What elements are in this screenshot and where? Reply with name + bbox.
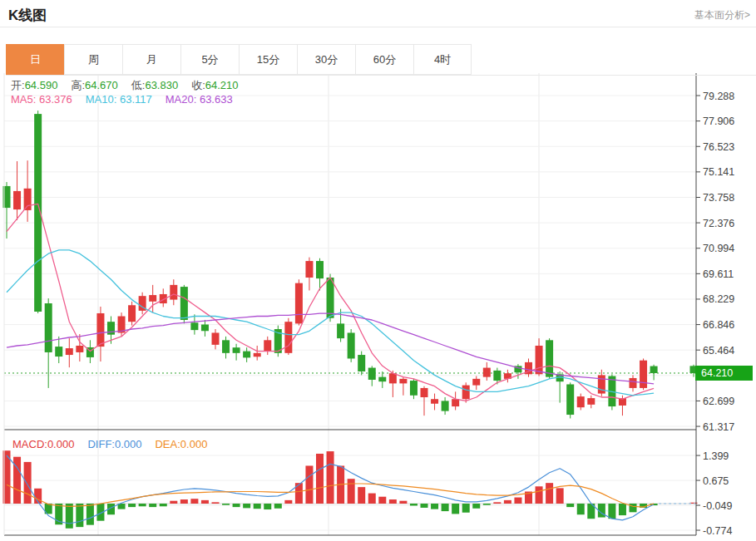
svg-text:-0.774: -0.774	[703, 525, 732, 537]
tab-week[interactable]: 周	[64, 44, 122, 75]
tab-4hour[interactable]: 4时	[413, 44, 472, 75]
svg-text:64.210: 64.210	[701, 367, 733, 379]
tab-60min[interactable]: 60分	[355, 44, 413, 75]
svg-text:66.846: 66.846	[703, 319, 734, 331]
svg-text:1.399: 1.399	[703, 450, 729, 462]
svg-text:77.906: 77.906	[703, 116, 734, 127]
tab-30min[interactable]: 30分	[297, 44, 355, 75]
svg-text:76.523: 76.523	[703, 141, 734, 153]
svg-text:75.141: 75.141	[703, 166, 734, 178]
chart-grid	[4, 73, 696, 535]
svg-text:62.699: 62.699	[703, 396, 734, 407]
svg-text:73.758: 73.758	[703, 192, 734, 204]
last-price-tag: 64.210	[695, 366, 753, 381]
price-axis: 79.28877.90676.52375.14173.75872.37670.9…	[4, 73, 734, 537]
interval-tabbar: 日 周 月 5分 15分 30分 60分 4时	[6, 44, 756, 76]
price-pane	[3, 111, 698, 418]
svg-text:61.317: 61.317	[703, 421, 734, 433]
page-title: K线图	[8, 6, 47, 25]
kline-chart-canvas[interactable]: 79.28877.90676.52375.14173.75872.37670.9…	[0, 0, 756, 541]
tab-month[interactable]: 月	[122, 44, 180, 75]
svg-text:68.229: 68.229	[703, 293, 734, 305]
svg-text:70.994: 70.994	[703, 243, 734, 254]
svg-text:0.675: 0.675	[703, 475, 729, 487]
svg-text:79.288: 79.288	[703, 91, 734, 102]
fundamental-analysis-link[interactable]: 基本面分析>	[694, 8, 750, 22]
svg-text:65.464: 65.464	[703, 345, 734, 357]
macd-pane	[3, 450, 698, 529]
svg-text:69.611: 69.611	[703, 268, 734, 280]
kline-page: 79.28877.90676.52375.14173.75872.37670.9…	[0, 0, 756, 541]
tab-day[interactable]: 日	[6, 44, 64, 75]
header-divider	[0, 27, 756, 27]
svg-text:72.376: 72.376	[703, 218, 734, 229]
svg-text:-0.049: -0.049	[703, 500, 732, 512]
tab-15min[interactable]: 15分	[239, 44, 297, 75]
tab-5min[interactable]: 5分	[180, 44, 239, 75]
